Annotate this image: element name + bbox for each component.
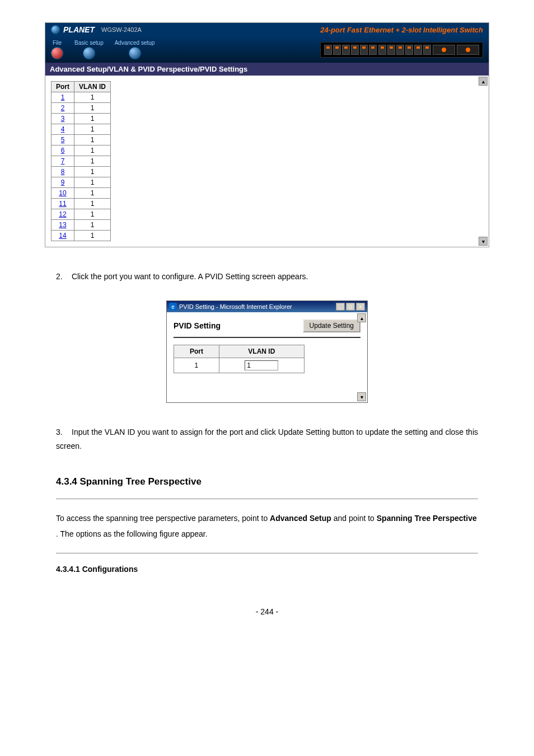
vlanid-cell: 1 [74,124,111,135]
scroll-down-icon[interactable]: ▾ [479,237,488,246]
table-row: 71 [51,156,111,167]
dialog-heading: PVID Setting [174,321,221,330]
instruction-step-2: 2. Click the port you want to configure.… [56,270,478,284]
table-row: 131 [51,220,111,231]
maximize-button[interactable]: □ [346,303,355,311]
divider [56,553,478,553]
table-row: 21 [51,103,111,114]
vlanid-cell: 1 [74,199,111,209]
switch-panel-graphic [320,42,483,58]
table-row: 11 [51,92,111,103]
port-link[interactable]: 3 [61,115,65,123]
dialog-body: ▴ PVID Setting Update Setting Port VLAN … [167,312,367,402]
orb-icon [129,47,141,59]
vlanid-cell: 1 [74,177,111,188]
th-vlanid: VLAN ID [74,82,111,92]
update-setting-button[interactable]: Update Setting [303,319,360,332]
banner-logo: PLANET WGSW-2402A [51,25,142,34]
table-row: 61 [51,145,111,156]
port-link[interactable]: 4 [61,125,65,133]
table-row: 41 [51,124,111,135]
brand-text: PLANET [63,25,95,34]
vlan-cell [219,358,304,373]
port-link[interactable]: 14 [59,232,66,240]
pvid-settings-screenshot: PLANET WGSW-2402A 24-port Fast Ethernet … [45,22,489,247]
port-link[interactable]: 13 [59,221,66,229]
scroll-down-icon[interactable]: ▾ [357,392,366,401]
tagline-text: 24-port Fast Ethernet + 2-slot Intellige… [320,26,483,34]
port-link[interactable]: 12 [59,210,66,218]
vlanid-cell: 1 [74,135,111,145]
menu-advanced-setup[interactable]: Advanced setup [115,40,155,59]
orb-icon [83,47,95,59]
orb-icon [51,47,63,59]
table-row: 1 [174,358,305,373]
minimize-button[interactable]: _ [336,303,345,311]
vlanid-cell: 1 [74,167,111,177]
vlan-table: Port VLAN ID 112131415161718191101111121… [51,81,111,241]
page-number: - 244 - [45,607,489,616]
port-link[interactable]: 1 [61,93,65,101]
menu-file[interactable]: File [51,40,63,59]
divider [56,499,478,499]
vlanid-cell: 1 [74,209,111,220]
table-row: 51 [51,135,111,145]
port-link[interactable]: 8 [61,168,65,176]
vlanid-cell: 1 [74,92,111,103]
vlanid-cell: 1 [74,103,111,114]
vlanid-cell: 1 [74,220,111,231]
device-banner: PLANET WGSW-2402A 24-port Fast Ethernet … [45,23,489,36]
model-text: WGSW-2402A [101,26,142,33]
th-port: Port [51,82,74,92]
vlanid-cell: 1 [74,231,111,241]
vlan-id-input[interactable] [245,360,278,370]
table-row: 121 [51,209,111,220]
vlanid-cell: 1 [74,188,111,199]
pvid-table: Port VLAN ID 1 [174,345,305,373]
port-link[interactable]: 2 [61,104,65,112]
scroll-up-icon[interactable]: ▴ [357,313,366,322]
globe-icon [51,25,60,34]
table-row: 101 [51,188,111,199]
body-text: To access the spanning tree perspective … [56,510,478,542]
content-area: ▴ Port VLAN ID 1121314151617181911011111… [45,76,489,247]
section-title: Advanced Setup/VLAN & PVID Perspective/P… [45,63,489,76]
ie-icon: e [169,303,177,311]
port-link[interactable]: 7 [61,157,65,165]
th-port: Port [174,345,219,358]
vlanid-cell: 1 [74,145,111,156]
port-link[interactable]: 10 [59,189,66,197]
close-button[interactable]: × [356,303,365,311]
section-heading: 4.3.4 Spanning Tree Perspective [56,476,489,487]
table-row: 81 [51,167,111,177]
pvid-dialog-screenshot: e PVID Setting - Microsoft Internet Expl… [166,300,368,403]
table-row: 141 [51,231,111,241]
port-link[interactable]: 6 [61,147,65,154]
titlebar-text: PVID Setting - Microsoft Internet Explor… [179,303,336,310]
dialog-titlebar: e PVID Setting - Microsoft Internet Expl… [167,301,367,312]
table-row: 31 [51,114,111,124]
scroll-up-icon[interactable]: ▴ [479,77,488,86]
port-link[interactable]: 11 [59,200,66,208]
instruction-step-3: 3. Input the VLAN ID you want to assign … [56,425,478,453]
menubar: File Basic setup Advanced setup [45,36,489,63]
table-row: 91 [51,177,111,188]
port-link[interactable]: 5 [61,136,65,144]
port-cell: 1 [174,358,219,373]
th-vlanid: VLAN ID [219,345,304,358]
port-link[interactable]: 9 [61,179,65,186]
sub-heading: 4.3.4.1 Configurations [56,565,489,574]
vlanid-cell: 1 [74,156,111,167]
menu-basic-setup[interactable]: Basic setup [74,40,104,59]
vlanid-cell: 1 [74,114,111,124]
table-row: 111 [51,199,111,209]
